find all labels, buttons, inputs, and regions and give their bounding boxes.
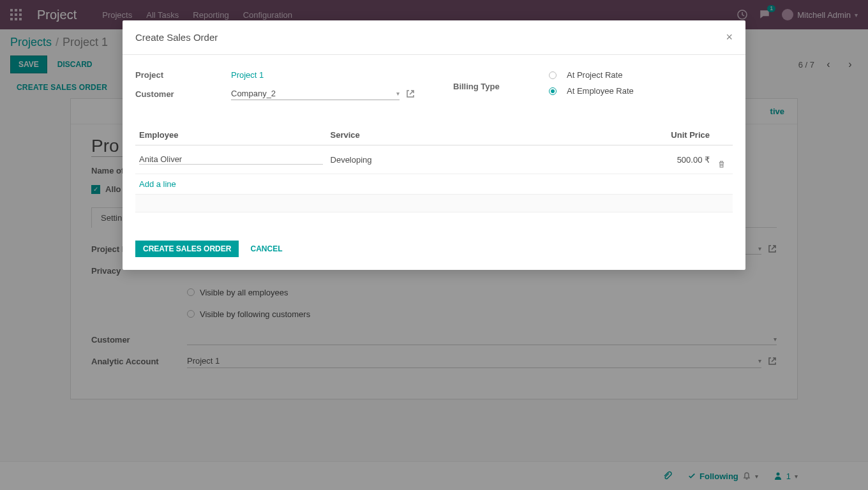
modal-customer-select[interactable]: Company_2 ▾ [231, 87, 400, 100]
close-icon[interactable]: × [726, 31, 733, 44]
table-blank-row [135, 195, 733, 212]
radio-project-rate[interactable] [549, 71, 557, 79]
modal-project-label: Project [135, 70, 231, 80]
modal-body: Project Project 1 Customer Company_2 ▾ [123, 55, 745, 232]
modal-customer-value: Company_2 [231, 89, 276, 98]
radio-employee-rate[interactable] [549, 87, 557, 95]
row-service: Developing [327, 145, 595, 174]
external-link-icon[interactable] [406, 89, 415, 98]
add-line-row[interactable]: Add a line [135, 174, 733, 195]
create-sales-order-modal: Create Sales Order × Project Project 1 C… [123, 20, 745, 270]
radio-project-rate-label: At Project Rate [567, 70, 622, 80]
modal-overlay: Create Sales Order × Project Project 1 C… [0, 0, 868, 490]
modal-billing-type-label: Billing Type [453, 82, 549, 91]
row-unit-price: 500.00 ₹ [595, 145, 714, 174]
col-service: Service [327, 125, 595, 145]
trash-icon[interactable] [717, 160, 729, 168]
modal-header: Create Sales Order × [123, 20, 745, 55]
modal-create-button[interactable]: CREATE SALES ORDER [135, 241, 239, 257]
modal-title: Create Sales Order [135, 32, 218, 43]
modal-footer: CREATE SALES ORDER CANCEL [123, 232, 745, 270]
table-row[interactable]: Anita Oliver Developing 500.00 ₹ [135, 145, 733, 174]
modal-customer-label: Customer [135, 89, 231, 99]
col-employee: Employee [135, 125, 327, 145]
modal-cancel-button[interactable]: CANCEL [250, 244, 282, 253]
add-line-link[interactable]: Add a line [139, 179, 176, 189]
employee-rate-table: Employee Service Unit Price Anita Oliver [135, 125, 733, 212]
modal-project-link[interactable]: Project 1 [231, 70, 264, 80]
row-employee: Anita Oliver [139, 154, 182, 164]
col-unit-price: Unit Price [595, 125, 714, 145]
radio-employee-rate-label: At Employee Rate [567, 86, 634, 96]
